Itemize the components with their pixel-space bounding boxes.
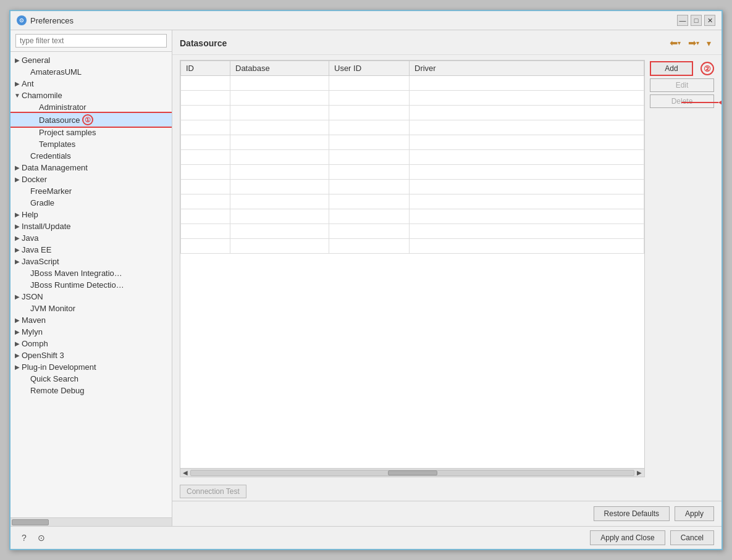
scroll-left-icon[interactable]: ◀ [182, 469, 189, 476]
tree-label-freemarker: FreeMarker [30, 186, 72, 196]
annotation-1-circle: ① [82, 114, 93, 125]
tree-arrow-general: ▶ [13, 57, 22, 64]
annotation-2-circle: ② [700, 62, 714, 75]
add-button[interactable]: Add [650, 61, 693, 76]
tree-item-javascript[interactable]: ▶JavaScript [11, 256, 172, 267]
tree-item-amaterasuml[interactable]: AmaterasUML [11, 66, 172, 78]
tree-item-help[interactable]: ▶Help [11, 209, 172, 220]
table-row[interactable] [181, 76, 644, 91]
footer: ? ⊙ Apply and Close Cancel [11, 526, 721, 549]
tree-item-mylyn[interactable]: ▶Mylyn [11, 326, 172, 338]
tree-item-gradle[interactable]: Gradle [11, 197, 172, 209]
tree-item-project-samples[interactable]: Project samples [11, 127, 172, 138]
tree-item-templates[interactable]: Templates [11, 138, 172, 150]
scroll-track[interactable] [190, 470, 634, 476]
window-controls: — □ ✕ [677, 15, 715, 26]
table-row[interactable] [181, 209, 644, 224]
tree-item-plugin-dev[interactable]: ▶Plug-in Development [11, 361, 172, 373]
table-row[interactable] [181, 120, 644, 135]
nav-forward-button[interactable]: ➡ ▾ [685, 35, 702, 51]
tree-arrow-maven: ▶ [13, 317, 22, 324]
table-row[interactable] [181, 239, 644, 254]
edit-button[interactable]: Edit [650, 78, 714, 92]
horizontal-scrollbar[interactable] [11, 517, 172, 526]
close-button[interactable]: ✕ [704, 15, 715, 26]
tree-label-gradle: Gradle [30, 198, 54, 207]
filter-input[interactable] [15, 34, 167, 48]
tree-label-java-ee: Java EE [22, 245, 51, 254]
tree-label-oomph: Oomph [22, 339, 48, 348]
main-content: ▶GeneralAmaterasUML▶Ant▼ChamomileAdminis… [11, 30, 721, 526]
table-row[interactable] [181, 135, 644, 150]
col-header-database: Database [230, 61, 329, 76]
right-panel: Datasource ⬅ ▾ ➡ ▾ ▾ [172, 30, 721, 526]
tree-item-jvm-monitor[interactable]: JVM Monitor [11, 303, 172, 314]
tree-label-administrator: Administrator [39, 102, 86, 112]
tree-container[interactable]: ▶GeneralAmaterasUML▶Ant▼ChamomileAdminis… [11, 52, 172, 517]
bottom-action-bar: Restore Defaults Apply [172, 501, 721, 526]
col-header-userid: User ID [329, 61, 410, 76]
tree-item-maven[interactable]: ▶Maven [11, 314, 172, 326]
tree-item-administrator[interactable]: Administrator [11, 101, 172, 113]
tree-item-java[interactable]: ▶Java [11, 232, 172, 244]
tree-arrow-plugin-dev: ▶ [13, 364, 22, 370]
tree-item-ant[interactable]: ▶Ant [11, 78, 172, 90]
tree-item-quick-search[interactable]: Quick Search [11, 373, 172, 385]
minimize-button[interactable]: — [677, 15, 688, 26]
tree-label-credentials: Credentials [30, 151, 71, 161]
tree-label-data-management: Data Management [22, 163, 88, 172]
restore-defaults-button[interactable]: Restore Defaults [594, 506, 670, 521]
connection-test-button[interactable]: Connection Test [180, 485, 246, 498]
tree-label-plugin-dev: Plug-in Development [22, 362, 96, 372]
apply-button[interactable]: Apply [675, 506, 714, 521]
table-row[interactable] [181, 194, 644, 209]
table-row[interactable] [181, 180, 644, 194]
scrollbar-thumb[interactable] [12, 519, 49, 525]
apply-and-close-button[interactable]: Apply and Close [590, 530, 665, 545]
tree-item-docker[interactable]: ▶Docker [11, 173, 172, 185]
tree-item-chamomile[interactable]: ▼Chamomile [11, 90, 172, 101]
table-horizontal-scrollbar[interactable]: ◀ ▶ [180, 468, 644, 477]
preferences-window: ⊙ Preferences — □ ✕ ▶GeneralAmaterasUML▶… [9, 10, 723, 550]
scroll-thumb[interactable] [388, 470, 437, 475]
tree-label-javascript: JavaScript [22, 257, 59, 266]
cancel-button[interactable]: Cancel [670, 530, 714, 545]
table-scroll-area[interactable]: ID Database User ID Driver [180, 61, 644, 468]
table-row[interactable] [181, 165, 644, 180]
tree-item-json[interactable]: ▶JSON [11, 291, 172, 303]
tree-item-jboss-maven[interactable]: JBoss Maven Integratio… [11, 267, 172, 279]
right-header: Datasource ⬅ ▾ ➡ ▾ ▾ [172, 30, 721, 55]
tree-item-oomph[interactable]: ▶Oomph [11, 338, 172, 349]
tree-label-openshift3: OpenShift 3 [22, 351, 64, 360]
datasource-table: ID Database User ID Driver [180, 61, 644, 254]
table-row[interactable] [181, 106, 644, 120]
tree-item-freemarker[interactable]: FreeMarker [11, 185, 172, 197]
maximize-button[interactable]: □ [691, 15, 702, 26]
back-arrow-icon: ⬅ [670, 37, 678, 49]
tree-item-openshift3[interactable]: ▶OpenShift 3 [11, 349, 172, 361]
defaults-icon[interactable]: ⊙ [35, 532, 48, 544]
tree-label-docker: Docker [22, 175, 47, 184]
table-row[interactable] [181, 224, 644, 239]
tree-item-datasource[interactable]: Datasource① [11, 113, 172, 127]
tree-label-jboss-runtime: JBoss Runtime Detectio… [30, 280, 124, 290]
table-row[interactable] [181, 91, 644, 106]
tree-item-install-update[interactable]: ▶Install/Update [11, 220, 172, 232]
tree-label-remote-debug: Remote Debug [30, 386, 84, 395]
help-icon[interactable]: ? [18, 532, 30, 544]
nav-menu-button[interactable]: ▾ [704, 36, 714, 50]
tree-item-java-ee[interactable]: ▶Java EE [11, 244, 172, 256]
tree-item-jboss-runtime[interactable]: JBoss Runtime Detectio… [11, 279, 172, 291]
tree-item-general[interactable]: ▶General [11, 54, 172, 66]
tree-item-credentials[interactable]: Credentials [11, 150, 172, 162]
window-title: Preferences [30, 16, 74, 25]
nav-back-button[interactable]: ⬅ ▾ [667, 35, 684, 51]
tree-item-data-management[interactable]: ▶Data Management [11, 162, 172, 173]
tree-arrow-data-management: ▶ [13, 164, 22, 171]
table-row[interactable] [181, 150, 644, 165]
tree-label-jboss-maven: JBoss Maven Integratio… [30, 269, 122, 278]
tree-item-remote-debug[interactable]: Remote Debug [11, 385, 172, 396]
tree-arrow-help: ▶ [13, 211, 22, 218]
scroll-right-icon[interactable]: ▶ [636, 469, 643, 476]
footer-icons: ? ⊙ [18, 532, 48, 544]
